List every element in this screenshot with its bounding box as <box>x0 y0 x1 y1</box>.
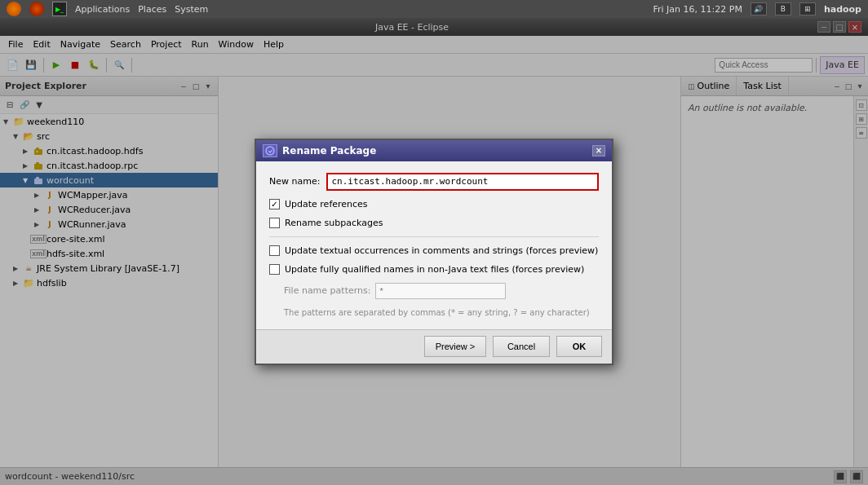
volume-icon[interactable]: 🔊 <box>751 2 767 15</box>
firefox-icon[interactable] <box>7 2 21 16</box>
system-bar-left: ▶_ Applications Places System <box>7 2 208 16</box>
dialog-footer: Preview > Cancel OK <box>256 329 612 364</box>
file-patterns-row: File name patterns: <box>284 283 599 299</box>
datetime: Fri Jan 16, 11:22 PM <box>653 4 742 15</box>
new-name-input[interactable] <box>326 173 599 191</box>
eclipse-window: Java EE - Eclipse − □ × File Edit Naviga… <box>0 18 868 485</box>
checkbox-update-references-check: ✓ <box>271 200 277 209</box>
file-patterns-input[interactable] <box>375 283 506 299</box>
system-bar: ▶_ Applications Places System Fri Jan 16… <box>0 0 868 18</box>
bluetooth-icon[interactable]: B <box>775 2 791 15</box>
preview-btn[interactable]: Preview > <box>424 336 486 357</box>
checkbox-update-references-row: ✓ Update references <box>269 199 599 209</box>
dialog-close-btn[interactable]: × <box>592 145 605 157</box>
checkbox-rename-subpackages[interactable] <box>269 218 280 228</box>
checkbox-update-qualified[interactable] <box>269 264 280 275</box>
checkbox-rename-subpackages-row: Rename subpackages <box>269 218 599 228</box>
update-textual-label: Update textual occurrences in comments a… <box>285 245 598 256</box>
svg-point-7 <box>266 147 274 155</box>
update-references-label: Update references <box>285 199 368 209</box>
checkbox-update-references[interactable]: ✓ <box>269 199 280 209</box>
file-patterns-label: File name patterns: <box>284 285 370 296</box>
cancel-btn[interactable]: Cancel <box>493 336 550 357</box>
checkbox-update-textual-row: Update textual occurrences in comments a… <box>269 245 599 256</box>
dialog-title-text: Rename Package <box>282 145 376 157</box>
modal-overlay: Rename Package × New name: ✓ Update refe… <box>0 18 868 485</box>
ubuntu-icon[interactable] <box>29 2 44 16</box>
patterns-hint-row: The patterns are separated by commas (* … <box>284 307 599 318</box>
dialog-body: New name: ✓ Update references Rename sub… <box>256 161 612 329</box>
dialog-icon <box>263 144 277 157</box>
window-name: hadoop <box>824 4 861 15</box>
ok-btn[interactable]: OK <box>556 336 602 357</box>
apps-menu[interactable]: Applications <box>75 4 130 15</box>
dialog-title-left: Rename Package <box>263 144 376 157</box>
places-menu[interactable]: Places <box>138 4 166 15</box>
system-menu[interactable]: System <box>175 4 208 15</box>
checkbox-update-qualified-row: Update fully qualified names in non-Java… <box>269 264 599 275</box>
rename-dialog: Rename Package × New name: ✓ Update refe… <box>255 139 613 365</box>
new-name-label: New name: <box>269 176 320 187</box>
update-qualified-label: Update fully qualified names in non-Java… <box>285 264 584 275</box>
new-name-row: New name: <box>269 173 599 191</box>
rename-subpackages-label: Rename subpackages <box>285 218 383 228</box>
checkbox-update-textual[interactable] <box>269 245 280 256</box>
terminal-icon[interactable]: ▶_ <box>52 2 67 16</box>
network-icon[interactable]: ⊞ <box>799 2 816 15</box>
system-bar-right: Fri Jan 16, 11:22 PM 🔊 B ⊞ hadoop <box>653 2 862 15</box>
patterns-hint: The patterns are separated by commas (* … <box>284 308 590 317</box>
dialog-divider <box>269 236 599 237</box>
dialog-titlebar: Rename Package × <box>256 140 612 161</box>
